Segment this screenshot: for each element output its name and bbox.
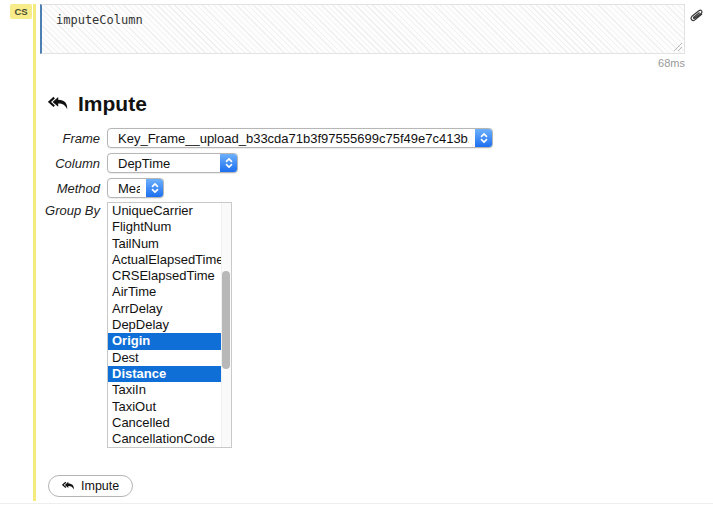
reply-all-arrow-icon [62,481,75,492]
group-by-options: UniqueCarrierFlightNumTailNumActualElaps… [108,203,231,447]
group-by-option[interactable]: UniqueCarrier [108,203,231,219]
column-label: Column [0,156,100,171]
frame-select-value: Key_Frame__upload_b33cda71b3f97555699c75… [108,131,469,146]
chevron-up-down-icon [475,129,492,147]
group-by-option[interactable]: Distance [108,366,231,382]
impute-button-label: Impute [81,479,119,493]
column-select[interactable]: DepTime [107,153,238,173]
group-by-option[interactable]: TaxiIn [108,382,231,398]
flow-notebook-cell: CS imputeColumn 68ms Impute Frame Key_Fr… [0,0,713,509]
impute-button[interactable]: Impute [48,475,133,497]
output-section-title: Impute [48,92,147,116]
scrollbar-track[interactable] [221,203,231,447]
chevron-up-down-icon [220,154,237,172]
group-by-option[interactable]: CancellationCode [108,431,231,447]
group-by-option[interactable]: ActualElapsedTime [108,252,231,268]
group-by-option[interactable]: Cancelled [108,415,231,431]
cell-type-badge: CS [10,4,32,19]
chevron-up-down-icon [146,179,163,197]
frame-select[interactable]: Key_Frame__upload_b33cda71b3f97555699c75… [107,128,493,148]
cell-accent-line [33,4,36,501]
group-by-option[interactable]: Origin [108,333,231,349]
group-by-option[interactable]: ArrDelay [108,301,231,317]
group-by-label: Group By [0,203,100,218]
group-by-list[interactable]: UniqueCarrierFlightNumTailNumActualElaps… [107,202,232,448]
group-by-option[interactable]: AirTime [108,284,231,300]
group-by-option[interactable]: Dest [108,350,231,366]
method-label: Method [0,181,100,196]
scrollbar-thumb[interactable] [222,271,230,369]
code-editor[interactable]: imputeColumn [40,4,685,54]
group-by-option[interactable]: DepDelay [108,317,231,333]
page-title: Impute [78,92,147,116]
column-select-value: DepTime [108,156,214,171]
group-by-option[interactable]: CRSElapsedTime [108,268,231,284]
method-select-value: Mean [108,181,140,196]
frame-label: Frame [0,131,100,146]
group-by-option[interactable]: FlightNum [108,219,231,235]
group-by-option[interactable]: TailNum [108,236,231,252]
execution-time: 68ms [485,57,685,69]
group-by-option[interactable]: TaxiOut [108,399,231,415]
method-select[interactable]: Mean [107,178,164,198]
code-text[interactable]: imputeColumn [42,5,684,27]
paperclip-icon[interactable] [688,8,706,28]
reply-all-arrow-icon [48,96,69,113]
resize-handle-icon[interactable] [672,41,682,51]
cell-bottom-divider [0,503,713,504]
